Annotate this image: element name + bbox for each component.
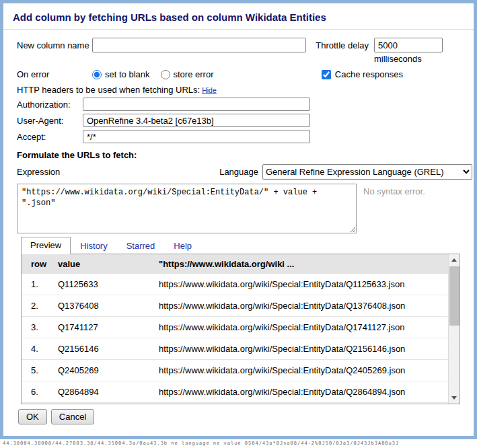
- row-number: 2.: [22, 295, 51, 317]
- cache-responses-option[interactable]: Cache responses: [322, 69, 403, 79]
- language-select[interactable]: General Refine Expression Language (GREL…: [262, 164, 472, 180]
- http-headers-section: HTTP headers to be used when fetching UR…: [17, 85, 460, 95]
- on-error-set-to-blank-option[interactable]: set to blank: [92, 69, 150, 79]
- on-error-label: On error: [17, 69, 92, 79]
- row-value: Q1741127: [51, 317, 152, 338]
- dialog-title: Add column by fetching URLs based on col…: [3, 3, 474, 30]
- row-value: Q1376408: [51, 295, 152, 317]
- accept-row: Accept:: [17, 130, 460, 143]
- row-url: https://www.wikidata.org/wiki/Special:En…: [152, 403, 448, 405]
- background-page-fragment: 44.38004.38008/44.27003.38/44.35004.3a/0…: [0, 439, 477, 448]
- row-number: 1.: [22, 274, 51, 295]
- row-url: https://www.wikidata.org/wiki/Special:En…: [152, 381, 448, 403]
- new-column-row: New column name Throttle delay milliseco…: [17, 38, 460, 64]
- row-number: 3.: [22, 317, 51, 338]
- openrefine-window: Add column by fetching URLs based on col…: [0, 0, 477, 448]
- column-header-row: row: [22, 254, 51, 274]
- hide-headers-link[interactable]: Hide: [202, 86, 217, 94]
- expression-textarea[interactable]: "https://www.wikidata.org/wiki/Special:E…: [17, 184, 357, 233]
- on-error-store-error-option[interactable]: store error: [161, 69, 214, 79]
- user-agent-row: User-Agent:: [17, 114, 460, 127]
- tab-history[interactable]: History: [71, 238, 116, 254]
- table-row: 7. Q2901301 https://www.wikidata.org/wik…: [22, 403, 448, 405]
- expression-block: "https://www.wikidata.org/wiki/Special:E…: [17, 184, 460, 233]
- table-row: 5. Q2405269 https://www.wikidata.org/wik…: [22, 360, 448, 381]
- accept-input[interactable]: [83, 130, 310, 143]
- set-to-blank-radio[interactable]: [92, 70, 102, 79]
- language-group: Language General Refine Expression Langu…: [219, 164, 472, 180]
- throttle-delay-input[interactable]: [374, 38, 443, 52]
- column-header-url: "https://www.wikidata.org/wiki ...: [152, 254, 448, 274]
- scroll-up-button[interactable]: [449, 254, 460, 266]
- row-value: Q1125633: [51, 274, 152, 295]
- preview-panel: row value "https://www.wikidata.org/wiki…: [21, 254, 460, 404]
- store-error-radio[interactable]: [161, 70, 170, 79]
- column-header-value: value: [51, 254, 152, 274]
- table-row: 2. Q1376408 https://www.wikidata.org/wik…: [22, 295, 448, 317]
- cancel-button[interactable]: Cancel: [51, 409, 94, 424]
- row-number: 4.: [22, 338, 51, 360]
- user-agent-label: User-Agent:: [17, 116, 83, 126]
- row-url: https://www.wikidata.org/wiki/Special:En…: [152, 360, 448, 381]
- accept-label: Accept:: [17, 132, 83, 142]
- throttle-unit-label: milliseconds: [374, 54, 443, 64]
- row-url: https://www.wikidata.org/wiki/Special:En…: [152, 274, 448, 295]
- scroll-down-button[interactable]: [449, 392, 460, 404]
- row-value: Q2901301: [51, 403, 152, 405]
- new-column-name-input[interactable]: [92, 38, 306, 52]
- row-number: 7.: [22, 403, 51, 405]
- preview-table: row value "https://www.wikidata.org/wiki…: [22, 254, 448, 404]
- formulate-urls-label: Formulate the URLs to fetch:: [17, 150, 460, 160]
- throttle-delay-label: Throttle delay: [316, 38, 369, 50]
- row-url: https://www.wikidata.org/wiki/Special:En…: [152, 295, 448, 317]
- dialog-footer: OK Cancel: [18, 409, 460, 424]
- authorization-label: Authorization:: [17, 100, 83, 110]
- throttle-group: Throttle delay milliseconds: [316, 38, 443, 64]
- tab-preview[interactable]: Preview: [21, 237, 71, 254]
- row-url: https://www.wikidata.org/wiki/Special:En…: [152, 317, 448, 338]
- dialog-body: New column name Throttle delay milliseco…: [3, 30, 474, 435]
- http-headers-rows: Authorization: User-Agent: Accept:: [17, 98, 460, 143]
- set-to-blank-label: set to blank: [105, 69, 150, 79]
- table-row: 1. Q1125633 https://www.wikidata.org/wik…: [22, 274, 448, 295]
- authorization-row: Authorization:: [17, 98, 460, 111]
- cache-responses-label: Cache responses: [335, 69, 403, 79]
- row-url: https://www.wikidata.org/wiki/Special:En…: [152, 338, 448, 360]
- on-error-row: On error set to blank store error Cache …: [17, 69, 460, 79]
- table-header-row: row value "https://www.wikidata.org/wiki…: [22, 254, 448, 274]
- http-headers-label: HTTP headers to be used when fetching UR…: [17, 85, 200, 95]
- tab-help[interactable]: Help: [164, 238, 201, 254]
- tab-starred[interactable]: Starred: [117, 238, 165, 254]
- new-column-name-label: New column name: [17, 38, 92, 50]
- expression-label: Expression: [17, 167, 60, 177]
- ok-button[interactable]: OK: [18, 409, 47, 424]
- expression-tabs: Preview History Starred Help: [21, 237, 460, 254]
- row-value: Q2864894: [51, 381, 152, 403]
- add-column-fetch-dialog: Add column by fetching URLs based on col…: [0, 0, 477, 439]
- row-number: 6.: [22, 381, 51, 403]
- row-value: Q2405269: [51, 360, 152, 381]
- table-row: 6. Q2864894 https://www.wikidata.org/wik…: [22, 381, 448, 403]
- user-agent-input[interactable]: [83, 114, 310, 127]
- authorization-input[interactable]: [83, 98, 310, 111]
- syntax-status: No syntax error.: [363, 186, 425, 196]
- cache-responses-checkbox[interactable]: [322, 70, 331, 79]
- expression-header-row: Expression Language General Refine Expre…: [17, 164, 472, 180]
- row-value: Q2156146: [51, 338, 152, 360]
- language-label: Language: [219, 167, 258, 177]
- scrollbar-thumb[interactable]: [449, 266, 460, 326]
- table-row: 4. Q2156146 https://www.wikidata.org/wik…: [22, 338, 448, 360]
- store-error-label: store error: [174, 69, 214, 79]
- table-row: 3. Q1741127 https://www.wikidata.org/wik…: [22, 317, 448, 338]
- row-number: 5.: [22, 360, 51, 381]
- preview-scrollbar[interactable]: [448, 254, 460, 404]
